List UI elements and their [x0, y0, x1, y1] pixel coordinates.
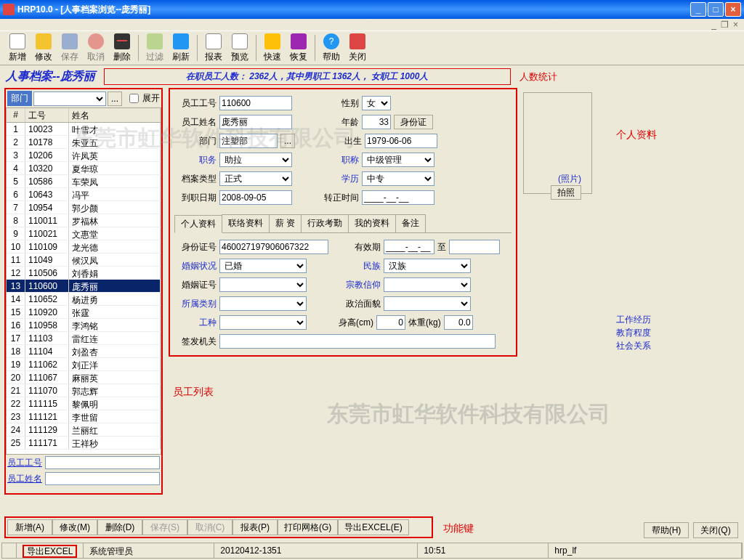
- col-header-n[interactable]: #: [7, 108, 25, 122]
- mdi-restore-icon[interactable]: ❐: [721, 20, 729, 30]
- tb-edit[interactable]: 修改: [31, 32, 57, 65]
- tb-save[interactable]: 保存: [57, 32, 83, 65]
- valid-from-input[interactable]: [384, 240, 434, 254]
- tb-report[interactable]: 报表: [201, 32, 227, 65]
- table-row[interactable]: 610643冯平: [7, 188, 161, 201]
- btn-close[interactable]: 关闭(Q): [693, 522, 738, 538]
- table-row[interactable]: 310206许凤英: [7, 149, 161, 162]
- tab-personal[interactable]: 个人资料: [174, 215, 222, 233]
- close-button[interactable]: ×: [725, 2, 741, 17]
- table-row[interactable]: 710954郭少颜: [7, 201, 161, 214]
- table-row[interactable]: 1711103雷红连: [7, 332, 161, 345]
- link-workexp[interactable]: 工作经历: [616, 313, 651, 326]
- mdi-close-icon[interactable]: ×: [733, 20, 738, 30]
- btn-report[interactable]: 报表(P): [232, 519, 278, 535]
- tb-fast[interactable]: 快速: [259, 32, 286, 65]
- idcard-button[interactable]: 身份证: [394, 115, 433, 129]
- tab-contact[interactable]: 联络资料: [222, 214, 270, 232]
- certno-select[interactable]: [219, 277, 307, 292]
- table-row[interactable]: 510586车荣凤: [7, 175, 161, 188]
- photo-button[interactable]: 拍照: [551, 185, 581, 200]
- tb-filter[interactable]: 过滤: [142, 32, 168, 65]
- grid-body[interactable]: 110023叶雪才210178朱亚五310206许凤英410320夏华琼5105…: [7, 123, 161, 455]
- table-row[interactable]: 110023叶雪才: [7, 123, 161, 136]
- table-row[interactable]: 14110652杨进勇: [7, 293, 161, 306]
- tb-delete[interactable]: 删除: [109, 32, 135, 65]
- duty-select[interactable]: 助拉: [219, 153, 292, 167]
- height-input[interactable]: [376, 315, 405, 330]
- politics-select[interactable]: [384, 296, 471, 311]
- tb-cancel[interactable]: 取消: [83, 32, 109, 65]
- table-row[interactable]: 1811104刘盈杏: [7, 345, 161, 358]
- btn-add[interactable]: 新增(A): [7, 519, 52, 535]
- table-row[interactable]: 21111070郭志辉: [7, 384, 161, 397]
- regular-input[interactable]: [362, 190, 434, 205]
- edu-select[interactable]: 中专: [362, 171, 434, 186]
- gender-select[interactable]: 女: [362, 96, 391, 110]
- col-header-name[interactable]: 姓名: [69, 108, 161, 122]
- table-row[interactable]: 1111049候汉凤: [7, 253, 161, 267]
- title-select[interactable]: 中级管理: [362, 153, 434, 167]
- tb-preview[interactable]: 预览: [227, 32, 253, 65]
- table-row[interactable]: 410320夏华琼: [7, 162, 161, 175]
- table-row[interactable]: 9110021文惠堂: [7, 227, 161, 240]
- btn-save[interactable]: 保存(S): [142, 519, 187, 535]
- btn-excel[interactable]: 导出EXCEL(E): [338, 519, 408, 535]
- nation-select[interactable]: 汉族: [384, 259, 471, 273]
- dept-browse-button[interactable]: ...: [108, 92, 122, 106]
- table-row[interactable]: 10110109龙光德: [7, 240, 161, 253]
- table-row[interactable]: 12110506刘香娟: [7, 267, 161, 280]
- category-select[interactable]: [219, 296, 307, 311]
- btn-edit[interactable]: 修改(M): [52, 519, 97, 535]
- mdi-min-icon[interactable]: _: [711, 20, 716, 30]
- btn-delete[interactable]: 删除(D): [97, 519, 142, 535]
- btn-cancel[interactable]: 取消(C): [187, 519, 232, 535]
- table-row[interactable]: 20111067麻丽英: [7, 371, 161, 384]
- weight-input[interactable]: [444, 315, 473, 330]
- birth-input[interactable]: [365, 134, 437, 148]
- tab-attendance[interactable]: 行政考勤: [301, 214, 349, 232]
- age-input[interactable]: [362, 115, 391, 129]
- marital-select[interactable]: 已婚: [219, 259, 307, 273]
- tb-restore[interactable]: 恢复: [286, 32, 312, 65]
- tab-remark[interactable]: 备注: [395, 214, 426, 232]
- minimize-button[interactable]: _: [690, 2, 706, 17]
- link-social[interactable]: 社会关系: [616, 339, 651, 352]
- religion-select[interactable]: [384, 277, 471, 292]
- col-header-id[interactable]: 工号: [25, 108, 69, 122]
- tab-myinfo[interactable]: 我的资料: [348, 214, 396, 232]
- filter-id-input[interactable]: [45, 456, 160, 469]
- table-row[interactable]: 22111115黎佩明: [7, 397, 161, 410]
- tb-refresh[interactable]: 刷新: [168, 32, 194, 65]
- tb-help[interactable]: ?帮助: [318, 32, 344, 65]
- table-row[interactable]: 25111171王祥秒: [7, 437, 161, 450]
- table-row[interactable]: 13110600庞秀丽: [7, 280, 161, 293]
- table-row[interactable]: 24111129兰丽红: [7, 423, 161, 437]
- btn-help[interactable]: 帮助(H): [644, 522, 689, 538]
- filter-name-input[interactable]: [45, 472, 160, 485]
- name-input[interactable]: [219, 115, 292, 129]
- tb-close[interactable]: 关闭: [344, 32, 371, 65]
- hiredate-input[interactable]: [219, 190, 292, 205]
- archive-select[interactable]: 正式: [219, 171, 292, 186]
- table-row[interactable]: 8110011罗福林: [7, 214, 161, 227]
- idno-input[interactable]: [219, 240, 328, 254]
- maximize-button[interactable]: □: [708, 2, 724, 17]
- btn-print[interactable]: 打印网格(G): [278, 519, 338, 535]
- dept-input[interactable]: [219, 134, 278, 148]
- valid-to-input[interactable]: [449, 240, 500, 254]
- link-education[interactable]: 教育程度: [616, 326, 651, 339]
- table-row[interactable]: 19111062刘正洋: [7, 358, 161, 371]
- table-row[interactable]: 210178朱亚五: [7, 136, 161, 149]
- dept-lookup-button[interactable]: ...: [280, 134, 295, 148]
- table-row[interactable]: 23111121李世留: [7, 410, 161, 423]
- table-row[interactable]: 15110920张霆: [7, 306, 161, 319]
- empno-input[interactable]: [219, 96, 292, 110]
- tb-add[interactable]: 新增: [4, 32, 31, 65]
- table-row[interactable]: 16110958李鸿铭: [7, 319, 161, 332]
- issuer-input[interactable]: [219, 334, 496, 349]
- expand-checkbox[interactable]: 展开: [126, 92, 160, 105]
- dept-select[interactable]: [33, 92, 106, 106]
- worktype-select[interactable]: [219, 315, 307, 330]
- tab-salary[interactable]: 薪 资: [269, 214, 302, 232]
